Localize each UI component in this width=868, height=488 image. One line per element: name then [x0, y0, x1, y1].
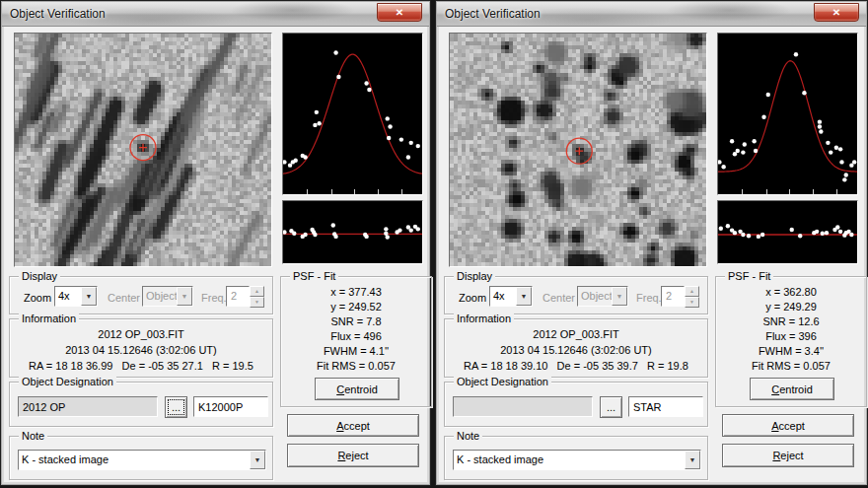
coordinates-line: RA = 18 18 36.99 De = -05 35 27.1 R = 19…: [10, 358, 272, 374]
window-title: Object Verification: [445, 7, 541, 21]
close-icon: ✕: [396, 7, 403, 18]
freq-spinner: ▲ ▼: [685, 286, 699, 307]
chevron-down-icon[interactable]: ▼: [516, 287, 532, 306]
centroid-button-label: Centroid: [751, 380, 833, 399]
center-select: Object ▼: [142, 286, 193, 307]
note-value: K - stacked image: [19, 451, 250, 469]
psf-residual-panel: [282, 200, 423, 264]
browse-button[interactable]: ...: [600, 396, 622, 418]
display-group-label: Display: [454, 270, 495, 283]
accept-button[interactable]: Accept: [287, 414, 419, 437]
note-group: Note K - stacked image ▼: [9, 436, 273, 480]
chevron-down-icon: ▼: [177, 287, 192, 306]
reject-button[interactable]: Reject: [722, 444, 854, 467]
psf-x-value: x = 377.43: [281, 285, 431, 300]
information-group-label: Information: [454, 313, 514, 325]
designation-code-input[interactable]: [193, 396, 268, 417]
psf-flux-value: Flux = 396: [716, 329, 866, 344]
object-verification-window: Object Verification ✕ Display Zoom 4x ▼ …: [435, 0, 868, 486]
designation-input: [453, 396, 593, 417]
freq-label: Freq.: [201, 292, 227, 304]
accept-button-label: Accept: [288, 416, 418, 436]
psf-snr-value: SNR = 12.6: [716, 314, 866, 329]
star-field-image[interactable]: [15, 34, 271, 266]
center-select: Object ▼: [577, 286, 628, 307]
psf-fit-group: PSF - Fit x = 377.43 y = 249.52 SNR = 7.…: [280, 276, 432, 407]
center-value: Object: [578, 287, 612, 306]
centroid-button[interactable]: Centroid: [315, 378, 399, 400]
chevron-down-icon[interactable]: ▼: [685, 451, 700, 469]
freq-input: 2: [661, 286, 685, 307]
centroid-button-label: Centroid: [316, 380, 398, 399]
designation-input: [18, 396, 158, 417]
freq-value: 2: [231, 290, 237, 302]
star-field-image[interactable]: [450, 34, 706, 266]
reject-button-label: Reject: [288, 446, 418, 465]
psf-profile-panel: [282, 33, 423, 195]
freq-input: 2: [226, 286, 250, 307]
spin-down-icon: ▼: [250, 297, 264, 308]
psf-fwhm-value: FWHM = 4.1'': [281, 344, 431, 359]
freq-spinner: ▲ ▼: [250, 286, 264, 307]
image-panel: [14, 33, 272, 267]
note-value: K - stacked image: [454, 451, 685, 469]
center-label: Center: [108, 292, 140, 304]
freq-value: 2: [666, 290, 672, 302]
note-select[interactable]: K - stacked image ▼: [453, 450, 701, 470]
center-label: Center: [542, 292, 575, 304]
display-group: Display Zoom 4x ▼ Center Object ▼ Freq. …: [9, 276, 273, 314]
object-designation-group: Object Designation ...: [9, 382, 273, 427]
reject-button[interactable]: Reject: [287, 444, 419, 467]
zoom-select[interactable]: 4x ▼: [489, 286, 533, 307]
zoom-label: Zoom: [24, 292, 51, 304]
psf-fit-rms-value: Fit RMS = 0.057: [716, 359, 866, 374]
psf-fit-group-label: PSF - Fit: [725, 270, 773, 283]
object-designation-group: Object Designation ...: [444, 382, 708, 427]
psf-y-value: y = 249.52: [281, 300, 431, 314]
display-group-label: Display: [19, 270, 60, 283]
title-bar[interactable]: Object Verification ✕: [2, 2, 429, 27]
object-designation-group-label: Object Designation: [454, 376, 551, 388]
browse-button[interactable]: ...: [165, 396, 187, 418]
spin-up-icon: ▲: [250, 286, 264, 297]
close-button[interactable]: ✕: [814, 3, 859, 22]
window-title: Object Verification: [10, 7, 106, 21]
accept-button[interactable]: Accept: [722, 414, 854, 437]
object-verification-window: Object Verification ✕ Display Zoom 4x ▼ …: [0, 0, 431, 486]
centroid-button[interactable]: Centroid: [750, 378, 834, 400]
designation-code-input[interactable]: [628, 396, 703, 417]
close-button[interactable]: ✕: [377, 3, 422, 22]
psf-fit-group-label: PSF - Fit: [290, 270, 338, 283]
chevron-down-icon[interactable]: ▼: [250, 451, 265, 469]
spin-up-icon: ▲: [685, 286, 699, 297]
psf-x-value: x = 362.80: [716, 285, 866, 300]
object-designation-group-label: Object Designation: [19, 376, 116, 388]
note-group-label: Note: [19, 430, 47, 443]
psf-fit-group: PSF - Fit x = 362.80 y = 249.29 SNR = 12…: [715, 276, 867, 407]
psf-fit-rms-value: Fit RMS = 0.057: [281, 359, 431, 374]
note-select[interactable]: K - stacked image ▼: [18, 450, 266, 470]
coordinates-line: RA = 18 18 39.10 De = -05 35 39.7 R = 19…: [445, 358, 707, 374]
psf-profile-panel: [717, 33, 858, 195]
psf-profile-plot: [283, 34, 422, 194]
psf-residual-plot: [718, 201, 857, 263]
image-panel: [449, 33, 707, 267]
zoom-select[interactable]: 4x ▼: [54, 286, 98, 307]
information-group: Information 2012 OP_003.FIT 2013 04 15.1…: [9, 318, 273, 378]
chevron-down-icon[interactable]: ▼: [81, 287, 97, 306]
center-value: Object: [143, 287, 177, 306]
freq-label: Freq.: [636, 292, 662, 304]
note-group: Note K - stacked image ▼: [444, 436, 708, 480]
browse-button-label: ...: [172, 401, 181, 413]
title-bar[interactable]: Object Verification ✕: [437, 2, 866, 27]
observation-datetime: 2013 04 15.12646 (3:02:06 UT): [10, 342, 272, 358]
reject-button-label: Reject: [723, 446, 853, 465]
zoom-value: 4x: [490, 287, 516, 306]
psf-flux-value: Flux = 496: [281, 329, 431, 344]
display-group: Display Zoom 4x ▼ Center Object ▼ Freq. …: [444, 276, 708, 314]
close-icon: ✕: [832, 7, 840, 18]
psf-residual-panel: [717, 200, 858, 264]
information-group: Information 2012 OP_003.FIT 2013 04 15.1…: [444, 318, 708, 378]
zoom-label: Zoom: [459, 292, 486, 304]
psf-profile-plot: [718, 34, 857, 194]
